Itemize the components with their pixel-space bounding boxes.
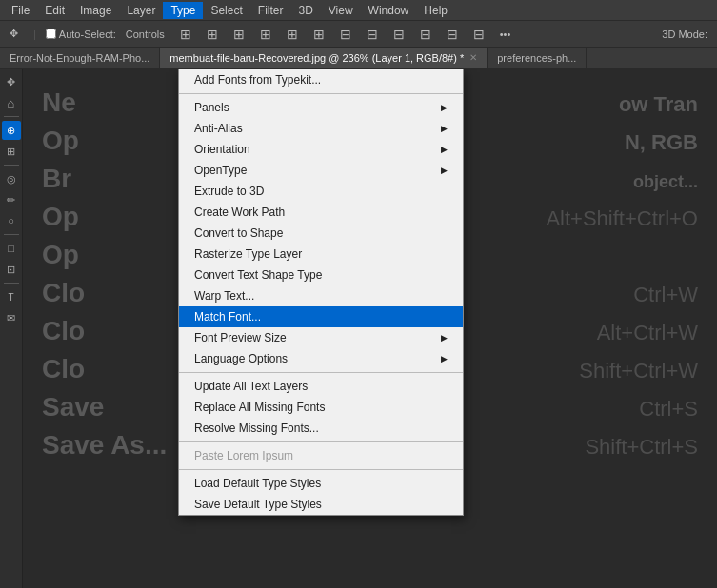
dropdown-item-font-preview[interactable]: Font Preview Size ▶ — [179, 327, 463, 348]
tool-separator-3 — [4, 234, 19, 235]
dropdown-item-opentype[interactable]: OpenType ▶ — [179, 160, 463, 181]
move-tool-icon[interactable]: ✥ — [4, 26, 24, 42]
tab-error-ram-label: Error-Not-Enough-RAM-Pho... — [10, 52, 149, 64]
align-bottom-icon[interactable]: ⊞ — [308, 25, 330, 44]
tool-email[interactable]: ✉ — [2, 308, 21, 327]
dropdown-item-replace-missing[interactable]: Replace All Missing Fonts — [179, 397, 463, 418]
canvas-op2-label: Op — [42, 202, 79, 232]
dropdown-item-warp-text[interactable]: Warp Text... — [179, 285, 463, 306]
tool-text[interactable]: T — [2, 287, 21, 306]
canvas-close-label: Clo — [42, 278, 85, 308]
canvas-right-1: ow Tran — [619, 92, 698, 117]
tool-crop[interactable]: ⊡ — [2, 260, 21, 279]
menu-view[interactable]: View — [321, 2, 361, 19]
tool-home[interactable]: ⌂ — [2, 93, 21, 112]
canvas-open-label: Op — [42, 126, 79, 156]
controls-label: Controls — [120, 27, 170, 42]
more-options-icon[interactable]: ••• — [494, 27, 517, 42]
menu-type[interactable]: Type — [163, 2, 203, 19]
distribute-top-icon[interactable]: ⊟ — [414, 25, 437, 44]
tab-preferences[interactable]: preferences-ph... — [488, 48, 587, 68]
toolbar: ✥ | Auto-Select: Controls ⊞ ⊞ ⊞ ⊞ ⊞ ⊞ ⊟ … — [0, 21, 717, 48]
tab-error-ram[interactable]: Error-Not-Enough-RAM-Pho... — [0, 48, 160, 68]
dropdown-item-resolve-missing[interactable]: Resolve Missing Fonts... — [179, 418, 463, 439]
canvas-close3-label: Clo — [42, 354, 85, 384]
menu-filter[interactable]: Filter — [250, 2, 291, 19]
dropdown-item-update-all-text[interactable]: Update All Text Layers — [179, 376, 463, 397]
canvas-save-label: Save — [42, 392, 104, 422]
align-left-icon[interactable]: ⊞ — [174, 25, 197, 44]
dropdown-item-convert-shape[interactable]: Convert to Shape — [179, 223, 463, 244]
tab-membuat[interactable]: membuat-file-baru-Recovered.jpg @ 236% (… — [160, 48, 488, 68]
menu-help[interactable]: Help — [416, 2, 455, 19]
distribute-center-icon[interactable]: ⊟ — [361, 25, 384, 44]
font-preview-submenu-arrow: ▶ — [441, 333, 448, 343]
menu-layer[interactable]: Layer — [119, 2, 163, 19]
3d-mode-label: 3D Mode: — [656, 27, 713, 42]
tool-separator-1 — [4, 116, 19, 117]
dropdown-item-save-default[interactable]: Save Default Type Styles — [179, 494, 463, 515]
anti-alias-submenu-arrow: ▶ — [441, 124, 448, 133]
auto-select-label: Auto-Select: — [59, 29, 116, 40]
menu-bar: File Edit Image Layer Type Select Filter… — [0, 0, 717, 21]
dropdown-item-convert-text-shape[interactable]: Convert Text Shape Type — [179, 265, 463, 285]
distribute-middle-icon[interactable]: ⊟ — [441, 25, 464, 44]
align-top-icon[interactable]: ⊞ — [254, 25, 277, 44]
dropdown-item-extrude-3d[interactable]: Extrude to 3D — [179, 181, 463, 202]
tool-pen[interactable]: ✏ — [2, 190, 21, 209]
canvas-new-label: Ne — [42, 88, 76, 118]
canvas-area: Ne Ctrl+N ow Tran Op Ctrl+O N, RGB Br ob… — [23, 69, 717, 588]
canvas-save-shortcut: Ctrl+S — [639, 397, 698, 421]
align-center-icon[interactable]: ⊞ — [201, 25, 224, 44]
opentype-submenu-arrow: ▶ — [441, 166, 448, 175]
dropdown-item-rasterize[interactable]: Rasterize Type Layer — [179, 244, 463, 265]
align-middle-icon[interactable]: ⊞ — [281, 25, 304, 44]
tool-circle[interactable]: ○ — [2, 211, 21, 230]
workspace: ✥ ⌂ ⊕ ⊞ ◎ ✏ ○ □ ⊡ T ✉ Ne Ctrl+N ow Tran … — [0, 69, 717, 588]
dropdown-item-language-options[interactable]: Language Options ▶ — [179, 348, 463, 369]
distribute-left-icon[interactable]: ⊟ — [334, 25, 357, 44]
menu-window[interactable]: Window — [361, 2, 417, 19]
dropdown-separator-4 — [179, 469, 463, 470]
tool-separator-2 — [4, 165, 19, 166]
tool-move[interactable]: ✥ — [2, 72, 21, 91]
tool-separator-4 — [4, 283, 19, 284]
canvas-right-2: N, RGB — [625, 130, 698, 155]
menu-file[interactable]: File — [4, 2, 37, 19]
language-options-submenu-arrow: ▶ — [441, 354, 448, 363]
menu-edit[interactable]: Edit — [37, 2, 72, 19]
dropdown-menu-content: Add Fonts from Typekit... Panels ▶ Anti-… — [178, 69, 464, 516]
canvas-close3-shortcut: Shift+Ctrl+W — [579, 359, 698, 383]
tab-membuat-label: membuat-file-baru-Recovered.jpg @ 236% (… — [169, 52, 464, 64]
canvas-close2-shortcut: Alt+Ctrl+W — [597, 321, 698, 345]
menu-3d[interactable]: 3D — [290, 2, 320, 19]
distribute-bottom-icon[interactable]: ⊟ — [468, 25, 490, 44]
auto-select-checkbox[interactable] — [46, 29, 56, 39]
orientation-submenu-arrow: ▶ — [441, 145, 448, 154]
distribute-right-icon[interactable]: ⊟ — [388, 25, 410, 44]
dropdown-item-load-default[interactable]: Load Default Type Styles — [179, 473, 463, 494]
dropdown-item-add-fonts[interactable]: Add Fonts from Typekit... — [179, 69, 463, 90]
tool-lasso[interactable]: ◎ — [2, 169, 21, 188]
tool-rect[interactable]: □ — [2, 239, 21, 258]
dropdown-item-orientation[interactable]: Orientation ▶ — [179, 139, 463, 160]
toolbox: ✥ ⌂ ⊕ ⊞ ◎ ✏ ○ □ ⊡ T ✉ — [0, 69, 23, 588]
canvas-saveas-shortcut: Shift+Ctrl+S — [585, 435, 698, 460]
dropdown-item-paste-lorem: Paste Lorem Ipsum — [179, 445, 463, 466]
dropdown-item-match-font[interactable]: Match Font... — [179, 306, 463, 327]
tab-bar: Error-Not-Enough-RAM-Pho... membuat-file… — [0, 48, 717, 69]
canvas-bridge-label: Br — [42, 164, 71, 194]
tab-preferences-label: preferences-ph... — [497, 52, 576, 64]
tab-membuat-close[interactable]: ✕ — [469, 52, 477, 63]
dropdown-separator-2 — [179, 372, 463, 373]
dropdown-item-panels[interactable]: Panels ▶ — [179, 97, 463, 118]
canvas-close2-label: Clo — [42, 316, 85, 346]
canvas-close-shortcut: Ctrl+W — [633, 283, 698, 307]
dropdown-item-anti-alias[interactable]: Anti-Alias ▶ — [179, 118, 463, 139]
menu-image[interactable]: Image — [72, 2, 119, 19]
dropdown-item-create-work-path[interactable]: Create Work Path — [179, 202, 463, 223]
tool-selection[interactable]: ⊞ — [2, 142, 21, 161]
align-right-icon[interactable]: ⊞ — [228, 25, 250, 44]
tool-crosshair[interactable]: ⊕ — [2, 121, 21, 140]
menu-select[interactable]: Select — [203, 2, 249, 19]
